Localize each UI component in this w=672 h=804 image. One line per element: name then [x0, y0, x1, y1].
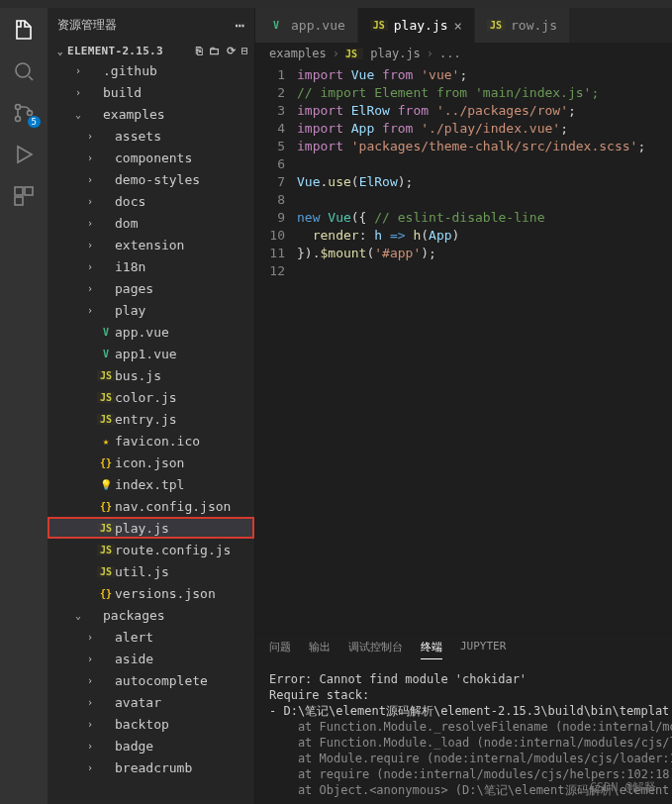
collapse-icon[interactable]: ⊟ [241, 45, 248, 57]
tree-item[interactable]: JScolor.js [48, 386, 254, 408]
project-header[interactable]: ⌄ ELEMENT-2.15.3 ⎘ 🗀 ⟳ ⊟ [48, 43, 254, 59]
editor-tabs: Vapp.vueJSplay.js×JSrow.js [255, 8, 672, 43]
tree-item-label: .github [103, 63, 157, 78]
tree-item[interactable]: Vapp.vue [48, 321, 254, 343]
tree-item[interactable]: ⌄packages [48, 604, 254, 626]
tree-item[interactable]: {}versions.json [48, 582, 254, 604]
breadcrumb-item[interactable]: examples [269, 47, 327, 60]
tree-item[interactable]: JSroute.config.js [48, 539, 254, 560]
tree-item-label: favicon.ico [115, 434, 200, 449]
tree-item[interactable]: ›autocomplete [48, 669, 254, 691]
tree-item[interactable]: ›alert [48, 626, 254, 648]
panel-tab[interactable]: 问题 [269, 640, 291, 659]
code-content[interactable]: import Vue from 'vue';// import Element … [297, 64, 672, 633]
tree-item[interactable]: ›components [48, 147, 254, 168]
tree-item-label: color.js [115, 390, 177, 405]
breadcrumb-item[interactable]: JS play.js [345, 47, 421, 60]
chevron-icon: › [83, 131, 97, 142]
tree-item-label: avatar [115, 695, 161, 710]
editor-tab[interactable]: JSplay.js× [358, 8, 475, 43]
tree-item[interactable]: ›badge [48, 735, 254, 756]
scm-badge: 5 [28, 116, 41, 128]
panel-tab[interactable]: 输出 [309, 640, 331, 659]
editor-tab[interactable]: Vapp.vue [255, 8, 358, 43]
close-icon[interactable]: × [454, 18, 462, 34]
json-icon: {} [97, 501, 115, 512]
tree-item-label: aside [115, 652, 153, 666]
tree-item[interactable]: ›demo-styles [48, 168, 254, 190]
tree-item[interactable]: ›.github [48, 59, 254, 81]
js-icon: JS [487, 20, 505, 31]
tree-item-label: nav.config.json [115, 499, 231, 514]
tree-item[interactable]: ›avatar [48, 691, 254, 713]
sidebar-more-icon[interactable]: ⋯ [235, 16, 244, 35]
tree-item[interactable]: ›assets [48, 125, 254, 147]
tree-item[interactable]: ›i18n [48, 255, 254, 277]
panel-tab[interactable]: 终端 [421, 640, 442, 659]
js-icon: JS [97, 566, 115, 577]
chevron-icon: › [83, 174, 97, 185]
star-icon: ★ [97, 436, 115, 447]
activity-bar: 5 [0, 8, 48, 804]
tree-item[interactable]: JSentry.js [48, 408, 254, 430]
tree-item[interactable]: JSutil.js [48, 560, 254, 582]
run-debug-icon[interactable] [12, 143, 36, 166]
chevron-icon: › [83, 283, 97, 294]
tree-item[interactable]: {}icon.json [48, 452, 254, 473]
panel-tab[interactable]: 调试控制台 [348, 640, 403, 659]
chevron-icon: › [83, 218, 97, 229]
tree-item[interactable]: ★favicon.ico [48, 430, 254, 452]
watermark: CSDN @解释 [590, 779, 656, 796]
editor-tab[interactable]: JSrow.js [475, 8, 570, 43]
tree-item[interactable]: ›extension [48, 234, 254, 255]
js-icon: JS [97, 545, 115, 555]
extensions-icon[interactable] [12, 184, 36, 208]
chevron-icon: ⌄ [71, 610, 85, 621]
panel-tab[interactable]: JUPYTER [460, 640, 506, 659]
chevron-icon: › [83, 152, 97, 163]
tree-item-label: assets [115, 129, 161, 144]
new-folder-icon[interactable]: 🗀 [209, 45, 220, 57]
tree-item[interactable]: ›pages [48, 277, 254, 299]
search-icon[interactable] [12, 59, 36, 83]
tree-item-label: route.config.js [115, 543, 231, 557]
explorer-icon[interactable] [12, 18, 36, 42]
tree-item[interactable]: ›play [48, 299, 254, 321]
tree-item[interactable]: ›breadcrumb [48, 756, 254, 778]
source-control-icon[interactable]: 5 [12, 101, 36, 125]
tree-item-label: packages [103, 608, 165, 623]
tree-item[interactable]: 💡index.tpl [48, 473, 254, 495]
tree-item-label: breadcrumb [115, 760, 192, 775]
chevron-icon: › [71, 65, 85, 76]
tree-item-label: entry.js [115, 412, 177, 427]
tree-item-label: i18n [115, 259, 145, 274]
chevron-icon: › [83, 653, 97, 664]
chevron-icon: › [83, 632, 97, 643]
code-editor[interactable]: 123456789101112 import Vue from 'vue';//… [255, 64, 672, 633]
tree-item-label: backtop [115, 717, 169, 732]
tree-item[interactable]: JSbus.js [48, 364, 254, 386]
vue-icon: V [97, 327, 115, 338]
tree-item[interactable]: ›backtop [48, 713, 254, 735]
menu-bar[interactable] [0, 0, 672, 8]
tree-item[interactable]: ⌄examples [48, 103, 254, 125]
tree-item[interactable]: Vapp1.vue [48, 343, 254, 364]
breadcrumb-item[interactable]: ... [439, 47, 461, 60]
tree-item[interactable]: ›build [48, 81, 254, 103]
svg-rect-5 [25, 187, 33, 195]
chevron-icon: › [71, 87, 85, 98]
js-icon: JS [370, 20, 388, 31]
new-file-icon[interactable]: ⎘ [196, 45, 203, 57]
tree-item[interactable]: ›aside [48, 648, 254, 669]
breadcrumb[interactable]: examples›JS play.js›... [255, 43, 672, 64]
tree-item[interactable]: {}nav.config.json [48, 495, 254, 517]
tree-item[interactable]: ›dom [48, 212, 254, 234]
sidebar-title: 资源管理器 [57, 17, 117, 34]
tree-item[interactable]: JSplay.js [48, 517, 254, 539]
chevron-icon: › [83, 196, 97, 207]
tab-label: app.vue [291, 18, 345, 33]
vue-icon: V [97, 349, 115, 359]
json-icon: {} [97, 588, 115, 599]
refresh-icon[interactable]: ⟳ [227, 45, 236, 57]
tree-item[interactable]: ›docs [48, 190, 254, 212]
